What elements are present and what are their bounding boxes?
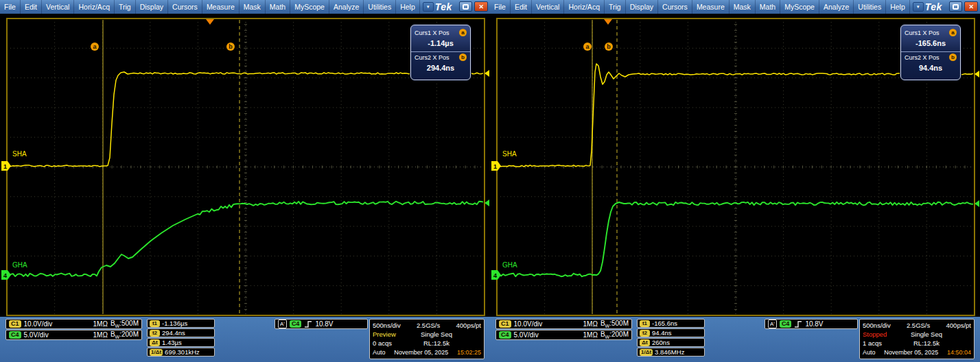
menu-item-utilities[interactable]: Utilities xyxy=(854,0,886,14)
menu-item-utilities[interactable]: Utilities xyxy=(364,0,396,14)
trigger-source-badge: C4 xyxy=(780,320,792,328)
channel4-settings[interactable]: C4 5.0V/div 1MΩ BW:200M xyxy=(5,330,142,340)
menu-item-horiz-acq[interactable]: Horiz/Acq xyxy=(564,0,605,14)
ch4-badge: C4 xyxy=(499,331,511,339)
acquisition-mode: Single Seq xyxy=(900,330,953,339)
t1-readout: t1 -1.136µs xyxy=(147,319,215,328)
close-button[interactable]: ✕ xyxy=(964,1,978,12)
inv-delta-t-badge: 1/Δt xyxy=(640,349,653,356)
trigger-readout[interactable]: A' C4 10.8V xyxy=(765,319,858,329)
menu-item-mask[interactable]: Mask xyxy=(240,0,266,14)
menu-dropdown-button[interactable]: ▼ xyxy=(423,2,434,12)
ch4-bandwidth: BW:200M xyxy=(110,330,139,339)
trigger-mode: Auto xyxy=(863,348,876,357)
trace-label-ch1: SHA xyxy=(12,150,27,158)
trigger-position-icon[interactable] xyxy=(604,19,612,25)
t1-value: -165.6ns xyxy=(652,319,677,327)
sample-rate: 2.5GS/s xyxy=(417,322,440,330)
menu-item-math[interactable]: Math xyxy=(756,0,780,14)
t2-value: 294.4ns xyxy=(162,329,185,337)
menu-item-vertical[interactable]: Vertical xyxy=(42,0,74,14)
chevron-down-icon: ▼ xyxy=(426,5,430,9)
channel1-settings[interactable]: C1 10.0V/div 1MΩ BW:500M xyxy=(5,319,142,329)
menu-item-measure[interactable]: Measure xyxy=(202,0,240,14)
trigger-source-badge: C4 xyxy=(290,320,302,328)
curs1-value: -165.6ns xyxy=(905,36,957,51)
trigger-event-label: A' xyxy=(278,319,287,328)
cursor-b-badge: b xyxy=(949,53,957,61)
cursor-position-panel[interactable]: Curs1 X Pos a -165.6ns Curs2 X Pos b 94.… xyxy=(900,25,961,80)
menu-item-edit[interactable]: Edit xyxy=(511,0,532,14)
chevron-down-icon: ▼ xyxy=(916,5,920,9)
record-length: RL:12.5k xyxy=(900,339,953,348)
trigger-mode: Auto xyxy=(373,348,386,357)
curs2-label: Curs2 X Pos xyxy=(415,54,450,61)
ch1-scale: 10.0V/div xyxy=(24,320,53,328)
cursor-b-badge: b xyxy=(459,53,467,61)
scope-panel-left: File Edit Vertical Horiz/Acq Trig Displa… xyxy=(0,0,490,362)
menu-item-file[interactable]: File xyxy=(490,0,511,14)
acquisition-count: 1 acqs xyxy=(863,339,900,348)
horizontal-readout[interactable]: 500ns/div 2.5GS/s 400ps/pt Stopped Singl… xyxy=(859,319,975,359)
t2-badge: t2 xyxy=(150,330,160,337)
menu-item-myscope[interactable]: MyScope xyxy=(290,0,329,14)
minimize-button[interactable] xyxy=(949,1,963,12)
inv-delta-t-value: 699.301kHz xyxy=(165,348,200,356)
menu-item-help[interactable]: Help xyxy=(396,0,420,14)
close-icon: ✕ xyxy=(478,3,484,10)
waveform-display: SHA1GHA4ab Curs1 X Pos a -1.14µs Curs2 X… xyxy=(0,14,490,317)
cursor-a-badge: a xyxy=(949,29,957,36)
menu-item-help[interactable]: Help xyxy=(886,0,910,14)
menu-item-cursors[interactable]: Cursors xyxy=(168,0,202,14)
menu-item-trig[interactable]: Trig xyxy=(115,0,136,14)
menu-item-analyze[interactable]: Analyze xyxy=(819,0,854,14)
close-icon: ✕ xyxy=(968,3,974,10)
tek-logo: Tek xyxy=(435,0,459,14)
close-button[interactable]: ✕ xyxy=(474,1,488,12)
menu-item-edit[interactable]: Edit xyxy=(21,0,42,14)
trace-ch4 xyxy=(497,202,973,277)
inv-delta-t-readout: 1/Δt 699.301kHz xyxy=(147,348,215,357)
menu-item-file[interactable]: File xyxy=(0,0,21,14)
ch4-bandwidth: BW:200M xyxy=(600,330,629,339)
time: 14:50:04 xyxy=(947,348,971,357)
svg-text:4: 4 xyxy=(493,272,497,279)
t1-badge: t1 xyxy=(640,320,650,327)
menu-item-display[interactable]: Display xyxy=(136,0,168,14)
menu-item-analyze[interactable]: Analyze xyxy=(329,0,364,14)
trigger-position-icon[interactable] xyxy=(206,19,214,25)
level-marker-ch1 xyxy=(975,71,979,77)
acquisition-state: Preview xyxy=(373,330,410,339)
menu-item-measure[interactable]: Measure xyxy=(692,0,730,14)
menu-item-mask[interactable]: Mask xyxy=(730,0,756,14)
menu-item-display[interactable]: Display xyxy=(626,0,658,14)
horizontal-readout[interactable]: 500ns/div 2.5GS/s 400ps/pt Preview Singl… xyxy=(369,319,485,359)
menu-item-horiz-acq[interactable]: Horiz/Acq xyxy=(74,0,115,14)
level-marker-ch4 xyxy=(485,200,489,206)
date: November 05, 2025 xyxy=(876,348,947,357)
delta-t-badge: Δt xyxy=(640,339,650,346)
channel1-settings[interactable]: C1 10.0V/div 1MΩ BW:500M xyxy=(495,319,632,329)
menu-item-cursors[interactable]: Cursors xyxy=(658,0,692,14)
menu-item-trig[interactable]: Trig xyxy=(605,0,626,14)
trigger-readout[interactable]: A' C4 10.8V xyxy=(275,319,368,329)
acquisition-state: Stopped xyxy=(863,330,900,339)
channel4-settings[interactable]: C4 5.0V/div 1MΩ BW:200M xyxy=(495,330,632,340)
ch4-scale: 5.0V/div xyxy=(514,331,539,339)
menu-item-myscope[interactable]: MyScope xyxy=(780,0,819,14)
cursor-position-panel[interactable]: Curs1 X Pos a -1.14µs Curs2 X Pos b 294.… xyxy=(410,25,471,80)
menu-item-vertical[interactable]: Vertical xyxy=(532,0,564,14)
trigger-level: 10.8V xyxy=(805,320,823,328)
inv-delta-t-readout: 1/Δt 3.846MHz xyxy=(637,348,705,357)
ch1-scale: 10.0V/div xyxy=(514,320,543,328)
cursor-a-badge: a xyxy=(459,29,467,36)
level-marker-ch1 xyxy=(485,70,489,77)
curs2-label: Curs2 X Pos xyxy=(905,54,940,61)
menu-item-math[interactable]: Math xyxy=(266,0,290,14)
minimize-button[interactable] xyxy=(459,1,473,12)
ch1-impedance: 1MΩ xyxy=(93,320,108,328)
trace-ch4 xyxy=(7,202,483,276)
acquisition-count: 0 acqs xyxy=(373,339,410,348)
menu-dropdown-button[interactable]: ▼ xyxy=(913,2,924,12)
inv-delta-t-badge: 1/Δt xyxy=(150,349,163,356)
